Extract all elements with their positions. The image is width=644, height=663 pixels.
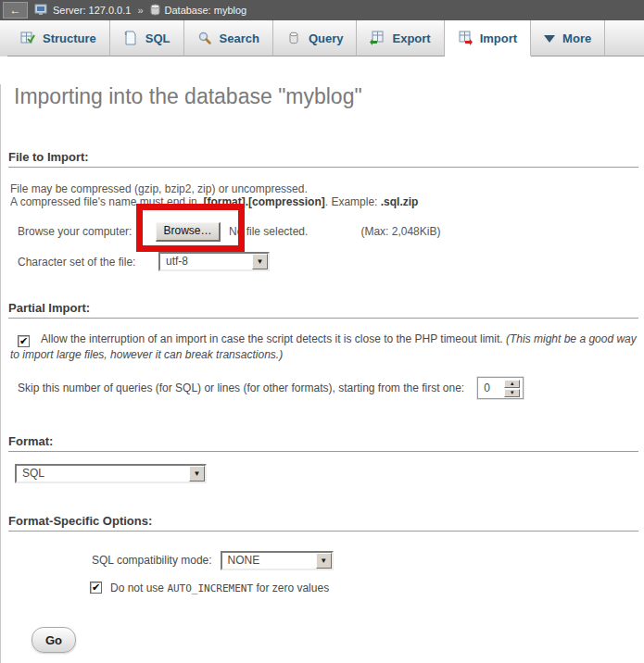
breadcrumb-separator: »	[137, 5, 143, 16]
tab-more[interactable]: More	[531, 20, 605, 56]
tab-bar: Structure SQL Search Query	[0, 20, 644, 56]
charset-select[interactable]: utf-8 ▼	[158, 252, 270, 271]
section-heading-format: Format:	[8, 434, 638, 452]
compression-info-line: File may be compressed (gzip, bzip2, zip…	[10, 182, 638, 195]
browse-row: Browse your computer: Browse… No file se…	[18, 221, 638, 242]
browse-button[interactable]: Browse…	[156, 222, 221, 242]
sql-zip-example: .sql.zip	[381, 195, 419, 208]
tab-label: SQL	[145, 31, 170, 45]
naming-info-line: A compressed file's name must end in .[f…	[10, 195, 638, 208]
format-compression-example: .[format].[compression]	[200, 195, 325, 208]
charset-label: Character set of the file:	[18, 256, 158, 269]
charset-row: Character set of the file: utf-8 ▼	[18, 252, 638, 271]
section-heading-format-specific: Format-Specific Options:	[8, 514, 638, 532]
breadcrumb-server[interactable]: Server: 127.0.0.1	[34, 4, 131, 18]
section-heading-partial-import: Partial Import:	[8, 301, 638, 319]
tab-export[interactable]: Export	[357, 20, 444, 56]
structure-icon	[20, 31, 35, 45]
tab-label: Export	[392, 31, 430, 45]
tabbar-filler	[605, 20, 644, 56]
format-selected-value: SQL	[17, 466, 189, 482]
skip-queries-label: Skip this number of queries (for SQL) or…	[18, 382, 464, 394]
file-import-info: File may be compressed (gzip, bzip2, zip…	[10, 182, 638, 208]
import-icon	[458, 31, 473, 45]
browse-label: Browse your computer:	[18, 225, 156, 238]
format-select[interactable]: SQL ▼	[15, 464, 207, 483]
breadcrumb-database-label: Database: myblog	[165, 5, 247, 16]
sql-compatibility-select[interactable]: NONE ▼	[221, 551, 334, 570]
tab-label: More	[562, 31, 591, 45]
max-upload-size: (Max: 2,048KiB)	[360, 225, 440, 238]
search-icon	[197, 31, 212, 45]
database-icon	[150, 4, 160, 18]
stepper-up-icon[interactable]: ▲	[504, 380, 520, 388]
allow-interruption-row: Allow the interruption of an import in c…	[10, 332, 638, 362]
tab-label: Structure	[43, 31, 96, 45]
tab-search[interactable]: Search	[184, 20, 273, 56]
tab-label: Import	[480, 31, 517, 45]
export-icon	[370, 31, 385, 45]
back-button[interactable]: ←	[3, 2, 28, 19]
tab-sql[interactable]: SQL	[110, 20, 184, 56]
allow-interruption-checkbox[interactable]	[18, 335, 30, 347]
skip-queries-row: Skip this number of queries (for SQL) or…	[18, 377, 638, 399]
chevron-down-icon[interactable]: ▼	[316, 553, 332, 569]
more-chevron-icon	[544, 35, 555, 43]
server-icon	[34, 4, 48, 18]
query-icon	[286, 31, 301, 45]
auto-increment-checkbox[interactable]	[90, 582, 102, 594]
auto-increment-label: Do not use AUTO_INCREMENT for zero value…	[110, 582, 329, 594]
tab-structure[interactable]: Structure	[7, 20, 110, 56]
page-title: Importing into the database "myblog"	[14, 84, 638, 109]
tab-label: Search	[220, 31, 259, 45]
breadcrumb-server-label: Server: 127.0.0.1	[53, 5, 131, 16]
tab-label: Query	[309, 31, 344, 45]
allow-interruption-text: Allow the interruption of an import in c…	[41, 332, 506, 345]
sql-compatibility-label: SQL compatibility mode:	[92, 554, 212, 567]
back-arrow-icon: ←	[10, 5, 21, 16]
charset-selected-value: utf-8	[160, 254, 252, 269]
auto-increment-keyword: AUTO_INCREMENT	[167, 582, 253, 594]
stepper-buttons: ▲ ▼	[504, 380, 520, 397]
main-content: Importing into the database "myblog" Fil…	[0, 84, 644, 663]
chevron-down-icon[interactable]: ▼	[252, 254, 268, 269]
tab-import[interactable]: Import	[445, 20, 531, 56]
go-button[interactable]: Go	[32, 627, 76, 653]
auto-increment-row: Do not use AUTO_INCREMENT for zero value…	[90, 581, 638, 594]
chevron-down-icon[interactable]: ▼	[189, 466, 205, 482]
sql-icon	[123, 31, 138, 45]
breadcrumb-bar: ← Server: 127.0.0.1 » Database: myblog	[0, 0, 644, 20]
section-heading-file-to-import: File to Import:	[8, 150, 638, 168]
no-file-selected-text: No file selected.	[229, 225, 308, 238]
skip-queries-stepper[interactable]: 0 ▲ ▼	[477, 377, 524, 399]
skip-queries-value: 0	[478, 382, 504, 394]
format-row: SQL ▼	[15, 464, 638, 483]
breadcrumb-database[interactable]: Database: myblog	[150, 4, 247, 18]
sql-compatibility-row: SQL compatibility mode: NONE ▼	[92, 549, 638, 571]
sql-compatibility-value: NONE	[222, 553, 316, 569]
tab-query[interactable]: Query	[273, 20, 358, 56]
stepper-down-icon[interactable]: ▼	[504, 389, 520, 397]
